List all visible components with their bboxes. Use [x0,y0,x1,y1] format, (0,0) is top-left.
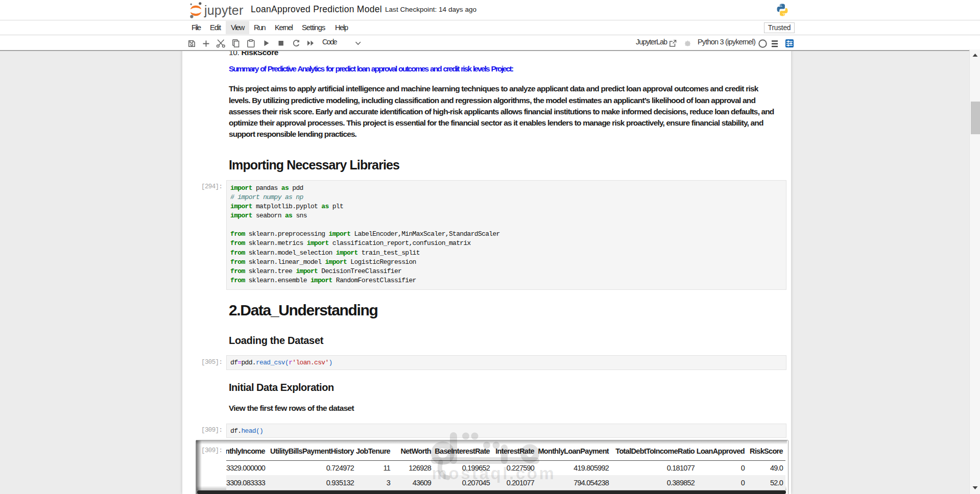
svg-text:jupyter: jupyter [204,3,243,17]
svg-text:mostaql.com: mostaql.com [432,464,556,483]
